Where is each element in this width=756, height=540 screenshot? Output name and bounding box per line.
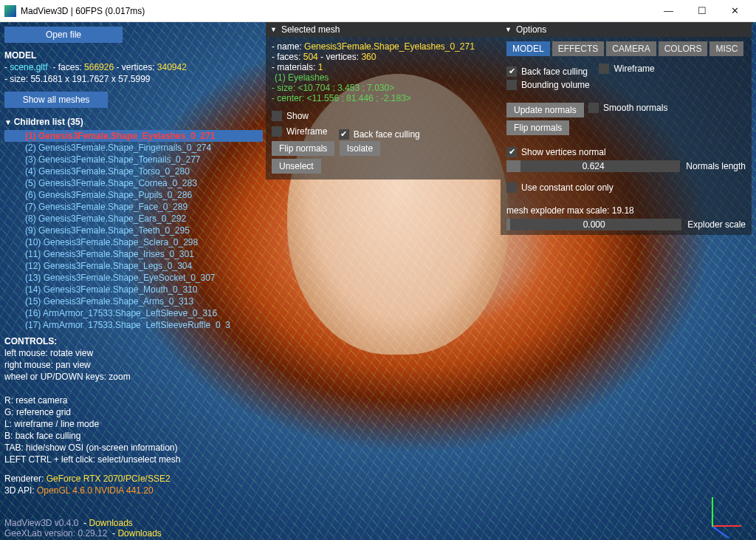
controls-line: TAB: hide/show OSI (on-screen informatio… — [4, 442, 270, 453]
opt-smooth-normals-checkbox[interactable]: Smooth normals — [588, 103, 667, 113]
scene-file: scene.gltf — [10, 62, 47, 72]
children-item[interactable]: (12) Genesis3Female.Shape_Legs_0_304 — [4, 260, 263, 272]
show-all-meshes-button[interactable]: Show all meshes — [4, 92, 108, 108]
children-item[interactable]: (15) Genesis3Female.Shape_Arms_0_313 — [4, 295, 263, 307]
exploder-header: mesh exploder max scale: 19.18 — [506, 205, 746, 216]
controls-line: B: back face culling — [4, 431, 270, 441]
controls-line: left mouse: rotate view — [4, 348, 270, 358]
renderer-value: GeForce RTX 2070/PCIe/SSE2 — [47, 474, 171, 484]
axes-gizmo — [704, 490, 749, 534]
api-value: OpenGL 4.6.0 NVIDIA 441.20 — [37, 485, 154, 496]
selmesh-name: Genesis3Female.Shape_Eyelashes_0_271 — [304, 41, 475, 52]
options-tab-effects[interactable]: EFFECTS — [552, 41, 605, 56]
controls-line: right mouse: pan view — [4, 360, 270, 370]
model-info-panel: Open file MODEL - scene.gltf - faces: 56… — [4, 27, 263, 329]
controls-line: wheel or UP/DOWN keys: zoom — [4, 372, 270, 382]
controls-line — [4, 383, 270, 394]
opt-wireframe-checkbox[interactable]: Wireframe — [599, 64, 654, 74]
selected-mesh-title[interactable]: Selected mesh — [266, 22, 501, 37]
children-item[interactable]: (16) ArmArmor_17533.Shape_LeftSleeve_0_3… — [4, 307, 263, 319]
children-item[interactable]: (6) Genesis3Female.Shape_Pupils_0_286 — [4, 189, 263, 201]
opt-constant-color-checkbox[interactable]: Use constant color only — [506, 182, 614, 193]
children-item[interactable]: (14) Genesis3Female.Shape_Mouth_0_310 — [4, 284, 263, 295]
options-title[interactable]: Options — [501, 22, 752, 37]
children-tree[interactable]: (1) Genesis3Female.Shape_Eyelashes_0_271… — [4, 130, 263, 329]
options-tab-model[interactable]: MODEL — [506, 41, 550, 56]
minimize-button[interactable]: — — [652, 1, 685, 21]
window-title: MadView3D | 60FPS (0.017ms) — [21, 6, 652, 16]
model-vertices: 340942 — [157, 62, 187, 72]
app-icon — [4, 5, 16, 17]
close-button[interactable]: ✕ — [718, 1, 752, 21]
children-list-header[interactable]: Children list (35) — [4, 117, 263, 127]
opt-show-vertex-normals-checkbox[interactable]: Show vertices normal — [506, 147, 606, 157]
open-file-button[interactable]: Open file — [4, 27, 123, 43]
selmesh-size: <10.704 ; 3.453 ; 7.030> — [298, 83, 394, 93]
children-item[interactable]: (10) Genesis3Female.Shape_Sclera_0_298 — [4, 236, 263, 248]
selmesh-bfc-checkbox[interactable]: Back face culling — [339, 129, 420, 140]
children-item[interactable]: (7) Genesis3Female.Shape_Face_0_289 — [4, 201, 263, 213]
options-panel: Options MODELEFFECTSCAMERACOLORSMISC Bac… — [501, 22, 752, 235]
selmesh-unselect-button[interactable]: Unselect — [272, 159, 321, 174]
model-faces: 566926 — [84, 62, 114, 72]
model-size: 55.1681 x 191.7627 x 57.5999 — [30, 74, 150, 84]
selmesh-flip-normals-button[interactable]: Flip normals — [272, 141, 334, 156]
selmesh-center: <11.556 ; 81.446 ; -2.183> — [306, 93, 410, 103]
controls-line: G: reference grid — [4, 407, 270, 417]
opt-flip-normals-button[interactable]: Flip normals — [506, 120, 569, 135]
children-item[interactable]: (1) Genesis3Female.Shape_Eyelashes_0_271 — [4, 130, 263, 142]
viewport-3d[interactable]: Open file MODEL - scene.gltf - faces: 56… — [0, 22, 756, 540]
children-item[interactable]: (17) ArmArmor_17533.Shape_LeftSleeveRuff… — [4, 319, 263, 329]
options-tabs: MODELEFFECTSCAMERACOLORSMISC — [506, 41, 746, 56]
selected-mesh-panel: Selected mesh - name: Genesis3Female.Sha… — [266, 22, 501, 180]
controls-header: CONTROLS: — [4, 336, 270, 346]
children-item[interactable]: (5) Genesis3Female.Shape_Cornea_0_283 — [4, 177, 263, 189]
window-titlebar: MadView3D | 60FPS (0.017ms) — ☐ ✕ — [0, 0, 756, 22]
children-item[interactable]: (13) Genesis3Female.Shape_EyeSocket_0_30… — [4, 272, 263, 284]
material-item: (1) Eyelashes — [272, 72, 495, 83]
selmesh-show-checkbox[interactable]: Show — [272, 111, 309, 121]
options-tab-misc[interactable]: MISC — [709, 41, 743, 56]
exploder-scale-slider[interactable]: 0.000 Exploder scale — [506, 219, 746, 230]
app-downloads-link[interactable]: Downloads — [89, 518, 133, 528]
controls-line: L: wireframe / line mode — [4, 419, 270, 429]
opt-bounding-volume-checkbox[interactable]: Bounding volume — [506, 80, 590, 90]
model-header: MODEL — [4, 50, 263, 61]
children-item[interactable]: (4) Genesis3Female.Shape_Torso_0_280 — [4, 165, 263, 177]
controls-line: LEFT CTRL + left click: select/unselect … — [4, 454, 270, 465]
normals-length-slider[interactable]: 0.624 Normals length — [506, 160, 746, 172]
children-item[interactable]: (8) Genesis3Female.Shape_Ears_0_292 — [4, 213, 263, 225]
selmesh-isolate-button[interactable]: Isolate — [340, 141, 380, 156]
controls-help: CONTROLS: left mouse: rotate viewright m… — [4, 335, 270, 496]
geexlab-downloads-link[interactable]: Downloads — [117, 528, 161, 539]
children-item[interactable]: (2) Genesis3Female.Shape_Fingernails_0_2… — [4, 142, 263, 154]
selmesh-wireframe-checkbox[interactable]: Wireframe — [272, 126, 327, 137]
controls-line: R: reset camera — [4, 395, 270, 406]
children-item[interactable]: (9) Genesis3Female.Shape_Teeth_0_295 — [4, 225, 263, 236]
maximize-button[interactable]: ☐ — [685, 1, 718, 21]
update-normals-button[interactable]: Update normals — [506, 103, 584, 117]
options-tab-camera[interactable]: CAMERA — [606, 41, 656, 56]
children-item[interactable]: (3) Genesis3Female.Shape_Toenails_0_277 — [4, 154, 263, 165]
options-tab-colors[interactable]: COLORS — [659, 41, 708, 56]
footer-info: MadView3D v0.4.0 - Downloads GeeXLab ver… — [4, 518, 162, 539]
children-item[interactable]: (11) Genesis3Female.Shape_Irises_0_301 — [4, 248, 263, 260]
opt-bfc-checkbox[interactable]: Back face culling — [506, 66, 588, 77]
